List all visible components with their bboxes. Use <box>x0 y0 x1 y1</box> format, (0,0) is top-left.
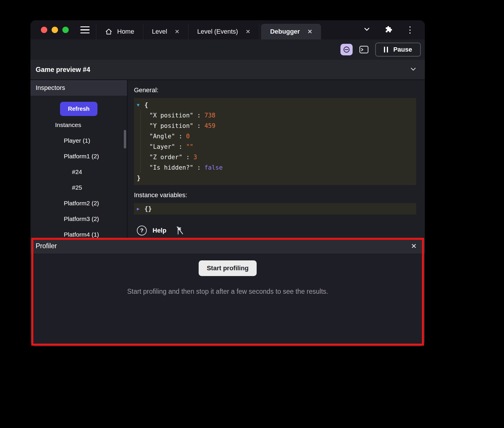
hamburger-menu-icon[interactable] <box>80 26 90 34</box>
debugger-toolbar: Pause <box>30 39 425 60</box>
json-open-line: ▼{ <box>137 100 413 110</box>
profiler-body: Start profiling Start profiling and then… <box>30 254 425 347</box>
collapse-triangle-icon[interactable]: ▼ <box>137 100 144 110</box>
inspector-item-player[interactable]: Player (1) <box>30 133 127 148</box>
close-icon[interactable]: ✕ <box>246 28 251 35</box>
tab-label: Home <box>117 28 134 35</box>
kebab-menu-icon[interactable]: ⋮ <box>406 26 414 34</box>
json-entry: Angle0 <box>149 131 413 142</box>
profiler-hint-text: Start profiling and then stop it after a… <box>127 288 328 295</box>
flag-off-icon[interactable] <box>176 226 184 235</box>
json-close-line: } <box>137 173 413 183</box>
json-entry: Is hidden?false <box>149 162 413 173</box>
help-label[interactable]: Help <box>153 227 166 234</box>
tab-home[interactable]: Home <box>96 24 143 39</box>
profiler-speed-icon[interactable] <box>340 44 353 55</box>
close-icon[interactable]: ✕ <box>175 28 180 35</box>
start-profiling-button[interactable]: Start profiling <box>199 260 257 276</box>
tab-level[interactable]: Level ✕ <box>143 24 188 39</box>
profiler-header: Profiler ✕ <box>30 238 425 254</box>
instance-variables-viewer: ▶ {} <box>134 203 416 215</box>
app-window: Home Level ✕ Level (Events) ✕ Debugger ✕ <box>30 20 425 347</box>
inspector-item-instances[interactable]: Instances <box>30 117 127 133</box>
expand-triangle-icon[interactable]: ▶ <box>137 204 144 214</box>
tab-label: Level (Events) <box>197 28 238 35</box>
home-icon <box>105 28 113 35</box>
game-preview-selector[interactable]: Game preview #4 <box>30 60 425 80</box>
json-entries: X position738 Y position459 Angle0 Layer… <box>140 110 413 173</box>
minimize-window-button[interactable] <box>52 27 58 33</box>
tabbar-right-actions: ⋮ <box>363 25 414 35</box>
sidebar-scrollbar[interactable] <box>124 130 126 148</box>
json-entry: Z order3 <box>149 152 413 162</box>
tab-strip: Home Level ✕ Level (Events) ✕ Debugger ✕ <box>96 24 321 39</box>
window-controls <box>41 27 69 33</box>
help-row: ? Help <box>134 226 416 235</box>
json-entry: X position738 <box>149 110 413 121</box>
tab-debugger[interactable]: Debugger ✕ <box>261 24 321 39</box>
tab-bar: Home Level ✕ Level (Events) ✕ Debugger ✕ <box>30 20 425 39</box>
maximize-window-button[interactable] <box>62 27 69 33</box>
profiler-title: Profiler <box>36 242 57 250</box>
tab-label: Level <box>152 28 167 35</box>
close-icon[interactable]: ✕ <box>307 28 312 35</box>
refresh-button[interactable]: Refresh <box>60 102 97 116</box>
instance-variables-label: Instance variables: <box>134 191 416 199</box>
pause-button[interactable]: Pause <box>375 43 421 57</box>
game-preview-title: Game preview #4 <box>36 66 90 74</box>
inspector-tree: Instances Player (1) Platform1 (2) #24 #… <box>30 117 127 238</box>
pause-label: Pause <box>393 46 412 53</box>
help-question-icon[interactable]: ? <box>137 226 147 235</box>
close-icon[interactable]: ✕ <box>411 242 417 250</box>
profiler-panel: Profiler ✕ Start profiling Start profili… <box>30 238 425 347</box>
debugger-main: Inspectors Refresh Instances Player (1) … <box>30 80 425 238</box>
close-window-button[interactable] <box>41 27 47 33</box>
tab-label: Debugger <box>270 28 300 35</box>
inspector-item-platform3[interactable]: Platform3 (2) <box>30 211 127 227</box>
chevron-down-icon[interactable] <box>410 66 417 74</box>
inspector-item-platform1[interactable]: Platform1 (2) <box>30 148 127 164</box>
json-entry: Y position459 <box>149 121 413 131</box>
inspector-detail: General: ▼{ X position738 Y position459 … <box>128 80 425 238</box>
inspector-item-24[interactable]: #24 <box>30 164 127 180</box>
inspector-item-platform4[interactable]: Platform4 (1) <box>30 227 127 238</box>
inspectors-sidebar: Inspectors Refresh Instances Player (1) … <box>30 80 128 238</box>
inspectors-header: Inspectors <box>30 80 127 96</box>
console-icon[interactable] <box>358 44 370 55</box>
extensions-puzzle-icon[interactable] <box>384 25 392 35</box>
chevron-down-icon[interactable] <box>363 25 371 35</box>
tab-level-events[interactable]: Level (Events) ✕ <box>188 24 259 39</box>
general-label: General: <box>134 86 416 94</box>
pause-icon <box>384 47 388 52</box>
inspector-item-platform2[interactable]: Platform2 (2) <box>30 195 127 211</box>
general-json-viewer: ▼{ X position738 Y position459 Angle0 La… <box>134 98 416 185</box>
inspector-item-25[interactable]: #25 <box>30 180 127 195</box>
json-entry: Layer"" <box>149 142 413 152</box>
